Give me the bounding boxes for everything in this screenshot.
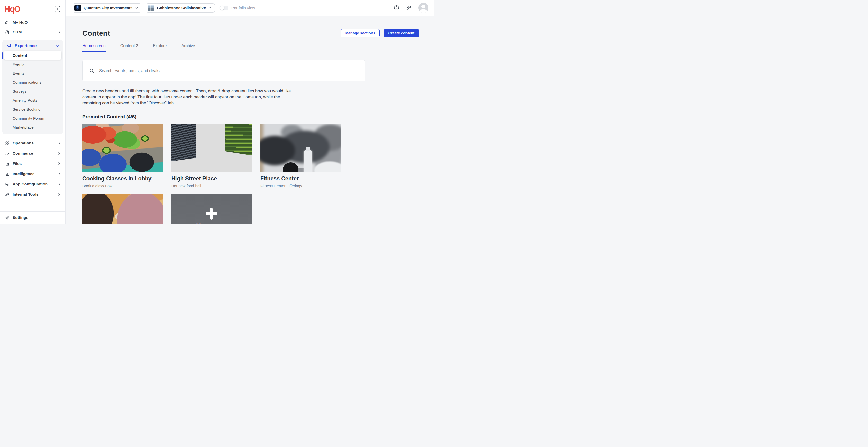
tabs-divider xyxy=(82,58,419,58)
sidebar-subitem-surveys[interactable]: Surveys xyxy=(4,87,61,96)
sidebar-item-label: CRM xyxy=(12,30,22,34)
main-content: Content Manage sections Create content H… xyxy=(66,16,434,224)
sidebar-item-intelligence[interactable]: Intelligence xyxy=(3,169,63,179)
sidebar-subitem-marketplace[interactable]: Marketplace xyxy=(4,123,61,132)
subitem-label: Content xyxy=(12,53,27,58)
sidebar-item-commerce[interactable]: Commerce xyxy=(3,148,63,159)
sidebar-collapse-button[interactable] xyxy=(55,6,60,12)
sidebar-item-files[interactable]: Files xyxy=(3,159,63,169)
plus-icon xyxy=(206,208,217,220)
subitem-label: Community Forum xyxy=(12,116,44,121)
sidebar-footer: Settings xyxy=(0,211,65,224)
add-content-tile: Add new content xyxy=(171,194,252,224)
chevron-right-icon xyxy=(58,142,61,145)
org-selector-dropdown[interactable]: Quantum City Investments xyxy=(72,3,142,12)
subitem-label: Marketplace xyxy=(12,125,34,130)
content-card-high-street-place[interactable]: High Street Place Hot new food hall xyxy=(171,124,252,188)
content-card-fitness-center[interactable]: Fitness Center Fitness Center Offerings xyxy=(260,124,341,188)
chevron-right-icon xyxy=(58,172,61,175)
add-content-label: Add new content xyxy=(191,222,232,224)
social-event-photo xyxy=(82,194,163,224)
sidebar: HqO My HqO CRM E xyxy=(0,0,66,224)
gear-icon xyxy=(5,215,10,220)
sidebar-item-label: Commerce xyxy=(12,151,33,156)
sidebar-subitem-events-2[interactable]: Events xyxy=(4,69,61,78)
promoted-cards-row-2: Add new content xyxy=(82,194,419,224)
ai-assistant-button[interactable] xyxy=(405,5,412,11)
sidebar-subitem-community-forum[interactable]: Community Forum xyxy=(4,114,61,123)
sidebar-item-label: Internal Tools xyxy=(12,192,38,197)
portfolio-view-toggle[interactable] xyxy=(220,6,228,10)
sidebar-item-internal-tools[interactable]: Internal Tools xyxy=(3,189,63,200)
food-hall-photo xyxy=(171,124,252,172)
manage-sections-button[interactable]: Manage sections xyxy=(341,29,380,37)
subitem-label: Surveys xyxy=(12,89,27,94)
sparkle-icon xyxy=(406,5,412,11)
sidebar-item-label: Files xyxy=(12,161,22,166)
subitem-label: Events xyxy=(12,71,25,75)
experience-section: Experience Content Events Events Communi… xyxy=(2,40,63,134)
search-input[interactable] xyxy=(98,68,359,73)
help-button[interactable] xyxy=(393,5,400,11)
sidebar-item-crm[interactable]: CRM xyxy=(3,27,63,37)
chevron-down-icon xyxy=(56,44,59,48)
tab-explore[interactable]: Explore xyxy=(153,44,167,52)
content-card-cooking-classes[interactable]: Cooking Classes in Lobby Book a class no… xyxy=(82,124,163,188)
topbar: Quantum City Investments Cobblestone Col… xyxy=(66,0,434,16)
sidebar-subitem-content[interactable]: Content xyxy=(4,51,61,60)
sidebar-item-label: My HqO xyxy=(12,20,28,25)
sidebar-item-app-configuration[interactable]: App Configuration xyxy=(3,179,63,189)
sidebar-nav: My HqO CRM Experience Content xyxy=(0,16,65,211)
add-content-card[interactable]: Add new content xyxy=(171,194,252,224)
portfolio-view-label: Portfolio view xyxy=(231,6,255,10)
content-tabs: Homescreen Content 2 Explore Archive xyxy=(82,44,419,52)
subitem-label: Service Booking xyxy=(12,107,40,111)
sidebar-item-label: App Configuration xyxy=(12,182,48,186)
org-selector-label: Quantum City Investments xyxy=(84,6,132,10)
card-subtitle: Fitness Center Offerings xyxy=(260,184,341,188)
hqo-logo: HqO xyxy=(4,5,20,13)
devices-icon xyxy=(5,182,10,187)
create-content-button[interactable]: Create content xyxy=(383,29,419,37)
building-selector-dropdown[interactable]: Cobblestone Collaborative xyxy=(146,3,215,12)
page-description: Create new headers and fill them up with… xyxy=(82,88,298,106)
toggle-knob xyxy=(220,6,224,10)
chevron-right-icon xyxy=(58,162,61,165)
chevron-right-icon xyxy=(58,193,61,196)
subitem-label: Communications xyxy=(12,80,41,84)
search-icon xyxy=(89,68,94,73)
sidebar-item-my-hqo[interactable]: My HqO xyxy=(3,18,63,27)
help-icon xyxy=(394,5,400,11)
search-bar xyxy=(82,60,365,81)
card-subtitle: Hot new food hall xyxy=(171,184,252,188)
sidebar-subitem-amenity-posts[interactable]: Amenity Posts xyxy=(4,96,61,105)
sidebar-item-experience[interactable]: Experience xyxy=(4,41,61,51)
cooking-class-photo xyxy=(82,124,163,172)
tab-content-2[interactable]: Content 2 xyxy=(120,44,138,52)
subitem-label: Amenity Posts xyxy=(12,98,37,103)
subitem-label: Events xyxy=(12,62,25,67)
file-icon xyxy=(5,161,10,166)
chevron-right-icon xyxy=(58,31,61,34)
building-thumbnail xyxy=(148,5,154,11)
card-title: Fitness Center xyxy=(260,175,341,182)
active-indicator-bar xyxy=(2,53,3,59)
sidebar-subitem-service-booking[interactable]: Service Booking xyxy=(4,105,61,114)
chevron-down-icon xyxy=(208,6,212,9)
sidebar-item-label: Operations xyxy=(12,141,34,145)
content-card-social-event[interactable] xyxy=(82,194,163,224)
sidebar-item-settings[interactable]: Settings xyxy=(3,213,63,222)
water-bottle-shape xyxy=(304,150,312,172)
sidebar-subitem-communications[interactable]: Communications xyxy=(4,78,61,87)
sidebar-item-label: Intelligence xyxy=(12,172,34,176)
fitness-center-photo xyxy=(260,124,341,172)
user-avatar[interactable] xyxy=(418,3,428,13)
org-thumbnail xyxy=(74,5,81,11)
card-title: High Street Place xyxy=(171,175,252,182)
commerce-icon xyxy=(5,151,10,156)
sidebar-subitem-events[interactable]: Events xyxy=(4,60,61,69)
page-title: Content xyxy=(82,29,110,37)
tab-homescreen[interactable]: Homescreen xyxy=(82,44,106,52)
tab-archive[interactable]: Archive xyxy=(181,44,195,52)
sidebar-item-operations[interactable]: Operations xyxy=(3,138,63,148)
